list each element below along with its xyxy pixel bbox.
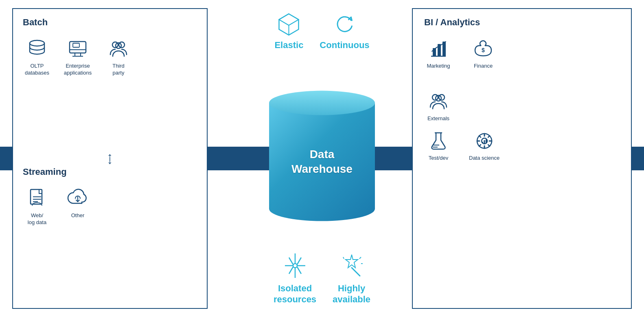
batch-icons: OLTPdatabases Enterpriseapplications xyxy=(23,34,197,81)
thirdparty-item: Thirdparty xyxy=(104,38,133,77)
svg-line-25 xyxy=(289,267,293,274)
streaming-arrow: ↑ xyxy=(107,151,113,163)
wand-icon xyxy=(337,251,366,280)
datascience-item: Data science xyxy=(469,130,499,162)
bi-analytics-box: BI / Analytics Marketing xyxy=(412,8,632,309)
oltp-label: OLTPdatabases xyxy=(25,63,49,77)
svg-line-51 xyxy=(479,136,481,137)
enterprise-label: Enterpriseapplications xyxy=(64,63,92,77)
bi-analytics-bottom: Externals Test/dev xyxy=(424,80,620,166)
bi-analytics-top-icons: Marketing $ Finance xyxy=(424,34,620,74)
streaming-title: Streaming xyxy=(23,167,197,177)
streaming-box: ↑ Streaming Web/log data xyxy=(12,158,208,309)
isolated-badge: Isolatedresources xyxy=(274,251,316,305)
svg-marker-16 xyxy=(279,14,299,25)
other-item: Other xyxy=(64,188,92,219)
database-icon xyxy=(26,38,48,59)
weblog-item: Web/log data xyxy=(23,188,51,226)
weblog-label: Web/log data xyxy=(28,212,46,226)
file-icon xyxy=(26,188,48,209)
cylinder-container: DataWarehouse xyxy=(269,91,375,221)
gear-chart-icon xyxy=(474,130,495,152)
svg-line-22 xyxy=(289,258,293,264)
diagram-wrapper: Data pipeline Data pipeline Batch OLTPda… xyxy=(0,0,644,317)
datascience-label: Data science xyxy=(469,155,499,162)
externals-icon xyxy=(428,91,449,112)
highly-available-label: Highlyavailable xyxy=(333,283,370,305)
svg-line-18 xyxy=(279,20,289,25)
sparkle-icon xyxy=(281,251,309,280)
isolated-label: Isolatedresources xyxy=(274,283,316,305)
enterprise-item: Enterpriseapplications xyxy=(64,38,92,77)
highly-available-badge: Highlyavailable xyxy=(333,251,370,305)
svg-line-31 xyxy=(343,257,344,259)
marketing-item: Marketing xyxy=(424,38,453,70)
svg-line-53 xyxy=(488,136,490,137)
svg-rect-3 xyxy=(73,43,79,47)
continuous-badge: Continuous xyxy=(320,12,369,51)
svg-marker-29 xyxy=(346,255,358,268)
bi-analytics-title: BI / Analytics xyxy=(424,17,620,28)
svg-line-19 xyxy=(289,20,299,25)
elastic-badge: Elastic xyxy=(274,12,303,51)
svg-line-30 xyxy=(352,268,360,276)
bi-externals-row: Externals xyxy=(424,87,620,126)
svg-rect-55 xyxy=(482,142,483,143)
batch-box: Batch OLTPdatabases xyxy=(12,8,208,158)
streaming-icons: Web/log data Other xyxy=(23,184,197,230)
svg-line-32 xyxy=(359,257,361,259)
oltp-item: OLTPdatabases xyxy=(23,38,51,77)
svg-point-28 xyxy=(293,264,297,268)
finance-label: Finance xyxy=(474,63,493,70)
left-boxes: Batch OLTPdatabases xyxy=(12,8,208,309)
money-bag-icon: $ xyxy=(473,38,494,59)
center-area: Elastic Continuous DataWarehouse xyxy=(245,0,399,317)
other-label: Other xyxy=(71,212,85,219)
testdev-item: Test/dev xyxy=(424,130,453,162)
svg-line-23 xyxy=(297,267,301,274)
data-warehouse-label: DataWarehouse xyxy=(291,147,353,177)
finance-item: $ Finance xyxy=(469,38,497,70)
cube-icon xyxy=(277,12,301,37)
users-icon xyxy=(108,38,129,59)
externals-label: Externals xyxy=(427,115,449,122)
testdev-label: Test/dev xyxy=(429,155,448,162)
svg-text:$: $ xyxy=(482,47,485,53)
monitor-icon xyxy=(67,38,88,59)
bi-analytics-top: BI / Analytics Marketing xyxy=(424,17,620,80)
bar-chart-icon xyxy=(428,38,449,59)
svg-point-0 xyxy=(30,40,44,46)
refresh-icon xyxy=(332,12,357,37)
svg-line-54 xyxy=(479,145,481,146)
thirdparty-label: Thirdparty xyxy=(112,63,125,77)
svg-line-24 xyxy=(297,258,301,264)
bottom-badges: Isolatedresources Highlyavailable xyxy=(274,251,370,305)
continuous-label: Continuous xyxy=(320,40,369,51)
externals-item: Externals xyxy=(424,91,453,122)
data-warehouse-cylinder: DataWarehouse xyxy=(269,91,375,221)
marketing-label: Marketing xyxy=(427,63,450,70)
bi-bottom-icons-row: Test/dev xyxy=(424,126,620,166)
cloud-sync-icon xyxy=(67,188,88,209)
flask-icon xyxy=(428,130,449,152)
svg-rect-57 xyxy=(486,139,487,143)
svg-rect-56 xyxy=(484,140,485,143)
svg-line-52 xyxy=(488,145,490,146)
elastic-label: Elastic xyxy=(274,40,303,51)
top-badges: Elastic Continuous xyxy=(274,12,369,51)
cylinder-top xyxy=(269,91,375,115)
batch-title: Batch xyxy=(23,17,197,28)
